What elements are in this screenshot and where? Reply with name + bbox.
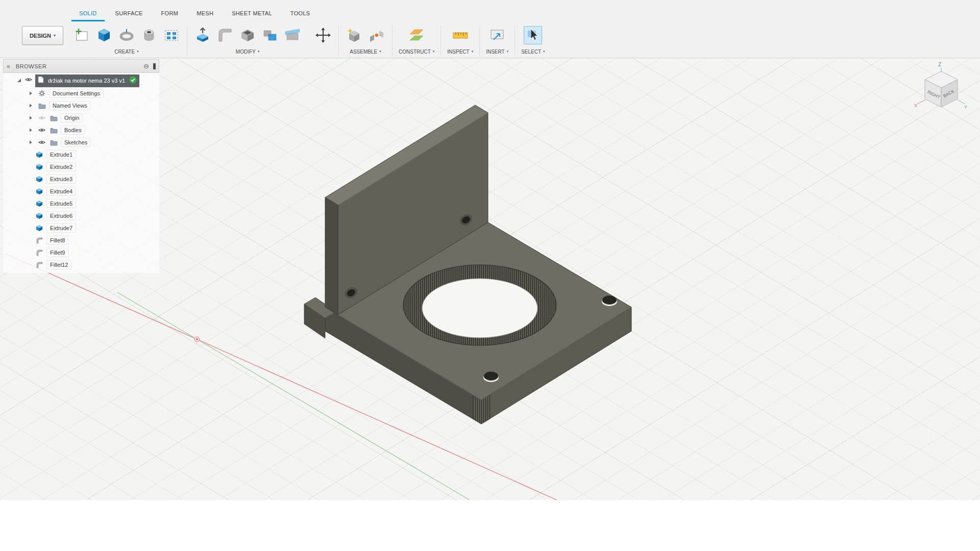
- browser-item-named-views[interactable]: Named Views: [3, 99, 159, 112]
- joint-icon[interactable]: [368, 26, 386, 44]
- browser-item-fillet9[interactable]: Fillet9: [3, 246, 159, 259]
- pattern-icon[interactable]: [162, 26, 181, 44]
- chevron-down-icon: ▾: [54, 33, 56, 38]
- item-label: Extrude4: [46, 187, 76, 196]
- item-label: Sketches: [61, 138, 91, 147]
- item-label: Extrude7: [46, 223, 76, 233]
- item-label: Bodies: [61, 126, 85, 135]
- collapse-panel-icon[interactable]: «: [7, 63, 16, 70]
- browser-title: BROWSER: [16, 63, 143, 69]
- new-component-icon[interactable]: [345, 26, 363, 44]
- viewcube-axis-x-label: X: [914, 103, 917, 108]
- revolve-icon[interactable]: [117, 26, 136, 44]
- origin-marker[interactable]: [194, 337, 200, 342]
- browser-root-item[interactable]: držiak na motor nema 23 v3 v1: [3, 74, 159, 87]
- expander-icon[interactable]: [27, 115, 35, 120]
- expander-icon[interactable]: [27, 140, 35, 145]
- eye-icon[interactable]: [25, 76, 32, 85]
- tab-form[interactable]: FORM: [154, 7, 186, 21]
- base-hole-front: [483, 372, 499, 383]
- chevron-down-icon: ▾: [472, 49, 474, 54]
- group-create: CREATE▾: [66, 23, 187, 56]
- select-cursor-icon[interactable]: [524, 26, 542, 44]
- viewcube-axis-z-label: Z: [938, 62, 941, 67]
- minimize-circle-icon[interactable]: ⊖: [143, 62, 149, 70]
- browser-item-fillet12[interactable]: Fillet12: [3, 259, 159, 271]
- bottom-area: [0, 500, 980, 551]
- tab-tools[interactable]: TOOLS: [283, 7, 318, 21]
- item-label: Extrude5: [46, 199, 76, 208]
- group-label-assemble[interactable]: ASSEMBLE▾: [350, 47, 381, 56]
- browser-item-origin[interactable]: Origin: [3, 112, 159, 124]
- group-label-modify[interactable]: MODIFY▾: [236, 47, 259, 56]
- browser-tree: držiak na motor nema 23 v3 v1 Document S…: [3, 73, 159, 273]
- chevron-down-icon: ▾: [433, 49, 435, 54]
- combine-icon[interactable]: [261, 26, 279, 44]
- tab-surface[interactable]: SURFACE: [108, 7, 151, 21]
- move-transform-icon[interactable]: [314, 26, 332, 44]
- folder-icon: [49, 127, 58, 134]
- folder-icon: [37, 103, 46, 109]
- browser-item-extrude2[interactable]: Extrude2: [3, 161, 159, 173]
- expander-icon[interactable]: [27, 128, 35, 133]
- split-body-icon[interactable]: [283, 26, 302, 44]
- create-sketch-icon[interactable]: [72, 26, 91, 44]
- toolbar-groups: CREATE▾ MODIFY▾: [66, 23, 551, 56]
- browser-item-bodies[interactable]: Bodies: [3, 124, 159, 136]
- construction-plane-icon[interactable]: [407, 26, 426, 44]
- expander-icon[interactable]: [27, 91, 35, 96]
- application-window: Z RIGHT BACK X Y SOLID SURFACE FORM MESH…: [0, 0, 980, 551]
- extrude-feature-icon: [35, 151, 44, 158]
- ribbon-toolbar: SOLID SURFACE FORM MESH SHEET METAL TOOL…: [0, 0, 980, 58]
- group-label-select[interactable]: SELECT▾: [521, 47, 545, 56]
- extrude-icon[interactable]: [95, 26, 113, 44]
- check-icon: [129, 76, 137, 86]
- browser-item-extrude3[interactable]: Extrude3: [3, 173, 159, 185]
- model-motor-bracket[interactable]: [304, 105, 631, 424]
- expander-icon[interactable]: [27, 103, 35, 108]
- extrude-feature-icon: [35, 188, 44, 195]
- root-selection-bar[interactable]: držiak na motor nema 23 v3 v1: [35, 74, 139, 87]
- browser-item-extrude4[interactable]: Extrude4: [3, 185, 159, 197]
- item-label: Fillet8: [46, 236, 68, 245]
- viewcube[interactable]: Z RIGHT BACK X Y: [910, 60, 971, 121]
- extrude-feature-icon: [35, 224, 44, 232]
- eye-icon[interactable]: [37, 139, 46, 146]
- item-label: Extrude6: [46, 211, 76, 220]
- group-label-insert[interactable]: INSERT▾: [486, 47, 508, 56]
- browser-item-document-settings[interactable]: Document Settings: [3, 87, 159, 99]
- wall-left-face: [325, 197, 338, 315]
- tab-sheet-metal[interactable]: SHEET METAL: [224, 7, 280, 21]
- group-label-inspect[interactable]: INSPECT▾: [447, 47, 473, 56]
- browser-item-sketches[interactable]: Sketches: [3, 136, 159, 148]
- press-pull-icon[interactable]: [193, 26, 212, 44]
- browser-item-extrude1[interactable]: Extrude1: [3, 148, 159, 161]
- panel-resize-grip[interactable]: [153, 63, 156, 69]
- fillet-feature-icon: [35, 261, 44, 268]
- group-label-create[interactable]: CREATE▾: [114, 47, 138, 56]
- shell-icon[interactable]: [238, 26, 257, 44]
- group-label-construct[interactable]: CONSTRUCT▾: [399, 47, 434, 56]
- group-select: SELECT▾: [515, 23, 551, 56]
- browser-item-fillet8[interactable]: Fillet8: [3, 234, 159, 246]
- eye-hidden-icon[interactable]: [37, 114, 46, 121]
- tab-solid[interactable]: SOLID: [71, 7, 105, 21]
- browser-panel: « BROWSER ⊖ držiak na motor nema 23 v3 v…: [3, 59, 159, 273]
- folder-icon: [49, 139, 58, 146]
- item-label: Document Settings: [49, 89, 104, 98]
- browser-item-extrude6[interactable]: Extrude6: [3, 210, 159, 222]
- insert-icon[interactable]: [488, 26, 506, 44]
- measure-icon[interactable]: [451, 26, 470, 44]
- item-label: Named Views: [49, 101, 91, 110]
- eye-icon[interactable]: [37, 127, 46, 134]
- tab-mesh[interactable]: MESH: [189, 7, 221, 21]
- browser-item-extrude5[interactable]: Extrude5: [3, 197, 159, 210]
- browser-item-extrude7[interactable]: Extrude7: [3, 222, 159, 234]
- item-label: Extrude3: [46, 174, 76, 184]
- extrude-feature-icon: [35, 200, 44, 207]
- design-workspace-dropdown[interactable]: DESIGN ▾: [22, 26, 63, 45]
- fillet-icon[interactable]: [216, 26, 234, 44]
- group-move: [308, 23, 338, 56]
- hole-icon[interactable]: [140, 26, 158, 44]
- root-document-name: držiak na motor nema 23 v3 v1: [47, 78, 126, 84]
